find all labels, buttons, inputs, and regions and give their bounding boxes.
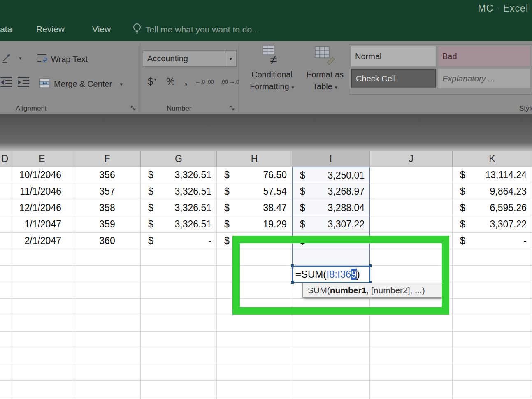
cell-H[interactable]: [217, 266, 292, 282]
cell-J[interactable]: [370, 200, 453, 216]
wrap-text-button[interactable]: Wrap Text: [37, 53, 88, 65]
cell-H[interactable]: $38.47: [217, 200, 292, 216]
cell-J[interactable]: [370, 167, 453, 183]
style-chip-bad[interactable]: Bad: [438, 46, 530, 66]
cell-K[interactable]: [453, 249, 532, 266]
cell-E[interactable]: [10, 266, 74, 282]
cell-D[interactable]: [0, 216, 10, 233]
cell-H[interactable]: [217, 299, 292, 315]
column-header-D[interactable]: D: [0, 151, 10, 167]
cell-J[interactable]: [370, 299, 453, 315]
cell-D[interactable]: [0, 249, 10, 266]
cell-K[interactable]: $6,595.26: [453, 200, 532, 216]
cell-D[interactable]: [0, 364, 10, 381]
cell-H[interactable]: $-: [217, 233, 292, 249]
cell-G[interactable]: [141, 282, 217, 299]
cell-G[interactable]: [141, 249, 217, 266]
cell-E[interactable]: 12/1/2046: [10, 200, 74, 216]
cell-H[interactable]: [217, 348, 292, 364]
column-header-G[interactable]: G: [141, 151, 217, 167]
cell-G[interactable]: $-: [141, 233, 217, 249]
cell-J[interactable]: [370, 332, 453, 348]
cell-K[interactable]: [453, 348, 532, 364]
orientation-button[interactable]: ▾: [1, 51, 22, 65]
increase-indent-icon[interactable]: [17, 77, 30, 90]
cell-J[interactable]: [370, 216, 453, 233]
cell-I[interactable]: [292, 397, 370, 399]
cell-G[interactable]: $3,326.51: [141, 183, 217, 200]
cell-K[interactable]: [453, 364, 532, 381]
cell-K[interactable]: $13,114.24: [453, 167, 532, 183]
tell-me-box[interactable]: Tell me what you want to do...: [132, 23, 259, 36]
column-header-K[interactable]: K: [453, 151, 532, 167]
cell-K[interactable]: [453, 282, 532, 299]
cell-I[interactable]: [292, 249, 370, 266]
conditional-formatting-button[interactable]: ≠ Conditional Formatting ▾: [242, 44, 302, 93]
cell-H[interactable]: [217, 364, 292, 381]
cell-F[interactable]: 358: [74, 200, 141, 216]
cell-D[interactable]: [0, 266, 10, 282]
accounting-format-button[interactable]: $ ▾: [143, 76, 161, 87]
cell-F[interactable]: [74, 381, 141, 397]
cell-J[interactable]: [370, 315, 453, 332]
style-chip-normal[interactable]: Normal: [351, 46, 436, 66]
cell-D[interactable]: [0, 167, 10, 183]
cell-D[interactable]: [0, 397, 10, 399]
cell-D[interactable]: [0, 299, 10, 315]
cell-G[interactable]: [141, 299, 217, 315]
cell-I[interactable]: [292, 348, 370, 364]
cell-I[interactable]: $3,307.22: [292, 216, 370, 233]
cell-K[interactable]: $3,307.22: [453, 216, 532, 233]
cell-F[interactable]: [74, 282, 141, 299]
cell-F[interactable]: 356: [74, 167, 141, 183]
selection-handle[interactable]: [291, 264, 294, 267]
cell-E[interactable]: 10/1/2046: [10, 167, 74, 183]
cell-I[interactable]: [292, 299, 370, 315]
cell-D[interactable]: [0, 348, 10, 364]
cell-G[interactable]: [141, 315, 217, 332]
cell-J[interactable]: [370, 397, 453, 399]
cell-G[interactable]: [141, 397, 217, 399]
cell-G[interactable]: $3,326.51: [141, 216, 217, 233]
cell-E[interactable]: 1/1/2047: [10, 216, 74, 233]
cell-K[interactable]: [453, 397, 532, 399]
cell-E[interactable]: [10, 299, 74, 315]
comma-style-button[interactable]: ,: [180, 75, 192, 88]
cell-D[interactable]: [0, 315, 10, 332]
cell-K[interactable]: [453, 266, 532, 282]
cell-E[interactable]: 2/1/2047: [10, 233, 74, 249]
selection-handle[interactable]: [369, 264, 372, 267]
tab-data[interactable]: Data: [0, 24, 12, 34]
increase-decimal-button[interactable]: ←.0 .00: [192, 79, 217, 85]
cell-E[interactable]: [10, 332, 74, 348]
cell-E[interactable]: [10, 348, 74, 364]
cell-K[interactable]: [453, 332, 532, 348]
column-header-F[interactable]: F: [74, 151, 141, 167]
cell-F[interactable]: [74, 332, 141, 348]
cell-G[interactable]: [141, 348, 217, 364]
cell-E[interactable]: 11/1/2046: [10, 183, 74, 200]
cell-F[interactable]: [74, 266, 141, 282]
cell-I[interactable]: $3,250.01: [292, 167, 370, 183]
style-chip-explanatory[interactable]: Explanatory ...: [438, 69, 530, 88]
cell-I[interactable]: $-: [292, 233, 370, 249]
cell-K[interactable]: $9,864.23: [453, 183, 532, 200]
column-header-H[interactable]: H: [217, 151, 292, 167]
cell-I[interactable]: [292, 332, 370, 348]
cell-E[interactable]: [10, 282, 74, 299]
cell-H[interactable]: [217, 282, 292, 299]
cell-D[interactable]: [0, 282, 10, 299]
cell-J[interactable]: [370, 381, 453, 397]
cell-H[interactable]: [217, 381, 292, 397]
format-as-table-button[interactable]: Format as Table ▾: [302, 44, 348, 93]
active-formula-cell[interactable]: =SUM(I8:I369): [292, 266, 370, 283]
column-header-I[interactable]: I: [292, 151, 370, 167]
cell-H[interactable]: $19.29: [217, 216, 292, 233]
cell-K[interactable]: [453, 299, 532, 315]
cell-D[interactable]: [0, 183, 10, 200]
cell-F[interactable]: [74, 315, 141, 332]
cell-K[interactable]: $-: [453, 233, 532, 249]
cell-F[interactable]: 360: [74, 233, 141, 249]
cell-J[interactable]: [370, 266, 453, 282]
cell-J[interactable]: [370, 348, 453, 364]
